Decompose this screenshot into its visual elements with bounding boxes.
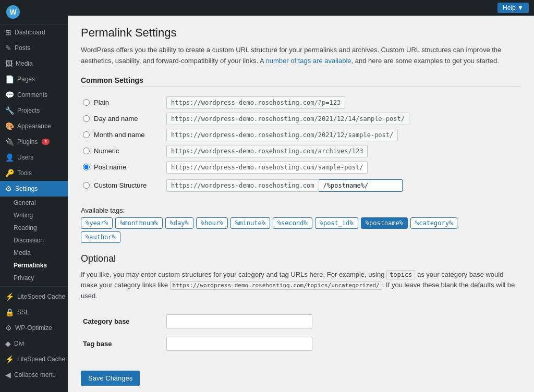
settings-submenu: General Writing Reading Discussion Media… <box>0 197 68 284</box>
sidebar-sub-permalinks[interactable]: Permalinks <box>4 259 68 272</box>
available-tags-label: Available tags: <box>81 206 521 214</box>
sidebar-item-wp-optimize[interactable]: ⚙ WP-Optimize <box>0 320 68 336</box>
month-name-radio[interactable] <box>83 131 90 138</box>
sidebar-sub-media[interactable]: Media <box>4 247 68 259</box>
sidebar-item-litespeed2[interactable]: ⚡ LiteSpeed Cache <box>0 351 68 367</box>
sidebar-item-label: SSL <box>17 309 29 316</box>
custom-radio[interactable] <box>83 182 90 189</box>
sidebar-item-label: Projects <box>17 107 40 114</box>
tags-row-1: %year% %monthnum% %day% %hour% %minute% … <box>81 217 521 229</box>
sidebar-item-label: Posts <box>15 44 30 52</box>
divi-icon: ◆ <box>5 339 11 348</box>
litespeed-icon: ⚡ <box>5 292 14 301</box>
users-icon: 👤 <box>5 153 14 162</box>
tag-day[interactable]: %day% <box>165 217 193 229</box>
sidebar-item-tools[interactable]: 🔑 Tools <box>0 165 68 181</box>
sidebar-item-pages[interactable]: 📄 Pages <box>0 71 68 87</box>
sidebar-item-divi[interactable]: ◆ Divi <box>0 336 68 351</box>
day-name-radio-label[interactable]: Day and name <box>83 115 162 123</box>
sidebar-sub-reading[interactable]: Reading <box>4 222 68 234</box>
tag-monthnum[interactable]: %monthnum% <box>115 217 162 229</box>
sidebar-item-appearance[interactable]: 🎨 Appearance <box>0 118 68 134</box>
tags-available-link[interactable]: number of tags are available <box>266 57 351 65</box>
tag-base-row: Tag base <box>81 333 521 355</box>
custom-radio-label[interactable]: Custom Structure <box>83 181 162 189</box>
sidebar-item-label: Appearance <box>17 123 51 130</box>
topics-code: topics <box>386 270 415 279</box>
sidebar-item-label: LiteSpeed Cache <box>17 356 65 363</box>
litespeed2-icon: ⚡ <box>5 355 14 363</box>
sidebar-item-collapse[interactable]: ◀ Collapse menu <box>0 367 68 383</box>
sidebar-sub-discussion[interactable]: Discussion <box>4 234 68 247</box>
option-custom: Custom Structure https://wordpress-demo.… <box>81 175 521 196</box>
sidebar-item-litespeed[interactable]: ⚡ LiteSpeed Cache <box>0 289 68 304</box>
sidebar-item-label: Tools <box>17 169 32 177</box>
available-tags-section: Available tags: %year% %monthnum% %day% … <box>81 206 521 243</box>
post-name-radio[interactable] <box>83 164 90 170</box>
sidebar-item-label: Comments <box>17 91 47 99</box>
sidebar-item-label: Plugins <box>17 138 38 145</box>
tag-category[interactable]: %category% <box>410 217 457 229</box>
plain-radio[interactable] <box>83 99 90 106</box>
page-title: Permalink Settings <box>81 26 521 40</box>
permalink-options-table: Plain https://wordpress-demo.rosehosting… <box>81 94 521 196</box>
tag-second[interactable]: %second% <box>273 217 312 229</box>
sidebar-sub-general[interactable]: General <box>4 197 68 209</box>
day-name-preview: https://wordpress-demo.rosehosting.com/2… <box>166 113 409 125</box>
tag-hour[interactable]: %hour% <box>196 217 228 229</box>
sidebar-item-comments[interactable]: 💬 Comments <box>0 87 68 103</box>
option-day-name: Day and name https://wordpress-demo.rose… <box>81 111 521 127</box>
sidebar-item-dashboard[interactable]: ⊞ Dashboard <box>0 24 68 40</box>
tag-post-id[interactable]: %post_id% <box>315 217 358 229</box>
example-url-code: https://wordpress-demo.rosehosting.com/t… <box>170 281 382 290</box>
save-changes-button[interactable]: Save Changes <box>81 371 140 386</box>
help-button[interactable]: Help ▼ <box>497 3 529 13</box>
sidebar-item-label: Divi <box>14 340 25 347</box>
tag-minute[interactable]: %minute% <box>230 217 270 229</box>
tags-row-2: %author% <box>81 231 521 243</box>
sidebar-sub-writing[interactable]: Writing <box>4 209 68 222</box>
sidebar-item-media[interactable]: 🖼 Media <box>0 56 68 71</box>
numeric-radio-label[interactable]: Numeric <box>83 147 162 155</box>
category-base-row: Category base <box>81 310 521 333</box>
tag-author[interactable]: %author% <box>81 231 120 243</box>
dashboard-icon: ⊞ <box>5 28 11 36</box>
content-area: Permalink Settings WordPress offers you … <box>68 16 534 392</box>
plain-preview: https://wordpress-demo.rosehosting.com/?… <box>166 96 345 109</box>
sidebar-item-users[interactable]: 👤 Users <box>0 150 68 165</box>
settings-icon: ⚙ <box>5 185 12 193</box>
sidebar-item-label: Collapse menu <box>14 371 56 378</box>
sidebar-item-label: Pages <box>17 76 35 83</box>
plugins-icon: 🔌 <box>5 138 14 146</box>
tag-postname[interactable]: %postname% <box>361 217 408 229</box>
plain-radio-label[interactable]: Plain <box>83 99 162 106</box>
sidebar: W ⊞ Dashboard ✎ Posts 🖼 Media 📄 Pages 💬 … <box>0 0 68 392</box>
custom-base-text: https://wordpress-demo.rosehosting.com <box>166 179 319 192</box>
tools-icon: 🔑 <box>5 169 14 177</box>
sidebar-item-plugins[interactable]: 🔌 Plugins 5 <box>0 134 68 150</box>
sidebar-sub-privacy[interactable]: Privacy <box>4 272 68 284</box>
numeric-radio[interactable] <box>83 148 90 154</box>
post-name-radio-label[interactable]: Post name <box>83 163 162 171</box>
month-name-radio-label[interactable]: Month and name <box>83 131 162 139</box>
sidebar-item-projects[interactable]: 🔧 Projects <box>0 103 68 118</box>
tag-base-input[interactable] <box>166 337 312 351</box>
sidebar-divider <box>0 286 68 287</box>
media-icon: 🖼 <box>5 59 13 68</box>
wp-optimize-icon: ⚙ <box>5 324 12 332</box>
category-base-input[interactable] <box>166 314 312 328</box>
option-post-name: Post name https://wordpress-demo.rosehos… <box>81 159 521 175</box>
sidebar-item-posts[interactable]: ✎ Posts <box>0 40 68 56</box>
option-month-name: Month and name https://wordpress-demo.ro… <box>81 127 521 143</box>
sidebar-item-ssl[interactable]: 🔒 SSL <box>0 304 68 320</box>
projects-icon: 🔧 <box>5 106 14 115</box>
numeric-preview: https://wordpress-demo.rosehosting.com/a… <box>166 145 368 157</box>
category-base-label: Category base <box>83 317 130 325</box>
option-plain: Plain https://wordpress-demo.rosehosting… <box>81 94 521 111</box>
sidebar-item-settings[interactable]: ⚙ Settings <box>0 181 68 197</box>
day-name-radio[interactable] <box>83 115 90 122</box>
custom-structure-input[interactable] <box>319 179 403 192</box>
wordpress-logo-icon: W <box>6 5 20 19</box>
tag-year[interactable]: %year% <box>81 217 113 229</box>
ssl-icon: 🔒 <box>5 308 14 316</box>
